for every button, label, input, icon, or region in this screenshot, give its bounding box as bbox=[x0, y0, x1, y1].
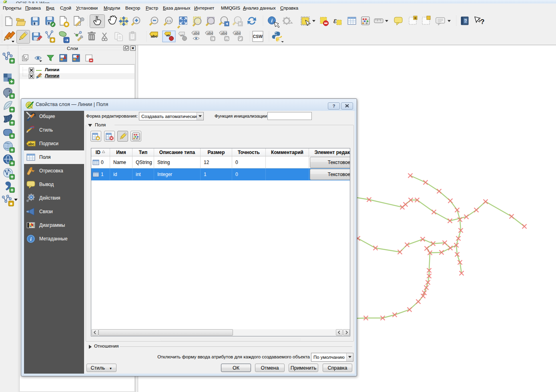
svg-text:CSW: CSW bbox=[253, 34, 263, 39]
svg-text:i: i bbox=[271, 18, 273, 24]
svg-text:✱: ✱ bbox=[96, 136, 99, 140]
svg-text:✱: ✱ bbox=[10, 202, 13, 206]
svg-text:ε: ε bbox=[333, 17, 337, 25]
svg-text:✱: ✱ bbox=[64, 22, 68, 27]
svg-text:✱: ✱ bbox=[414, 16, 417, 20]
svg-text:✱: ✱ bbox=[50, 38, 54, 42]
svg-text:1:1: 1:1 bbox=[167, 19, 171, 23]
svg-text:ab: ab bbox=[166, 34, 170, 37]
svg-text:abc: abc bbox=[151, 34, 157, 38]
svg-text:?: ? bbox=[480, 18, 484, 26]
svg-text:i: i bbox=[30, 236, 32, 242]
svg-text:?: ? bbox=[464, 18, 467, 23]
svg-text:abc: abc bbox=[28, 142, 34, 146]
